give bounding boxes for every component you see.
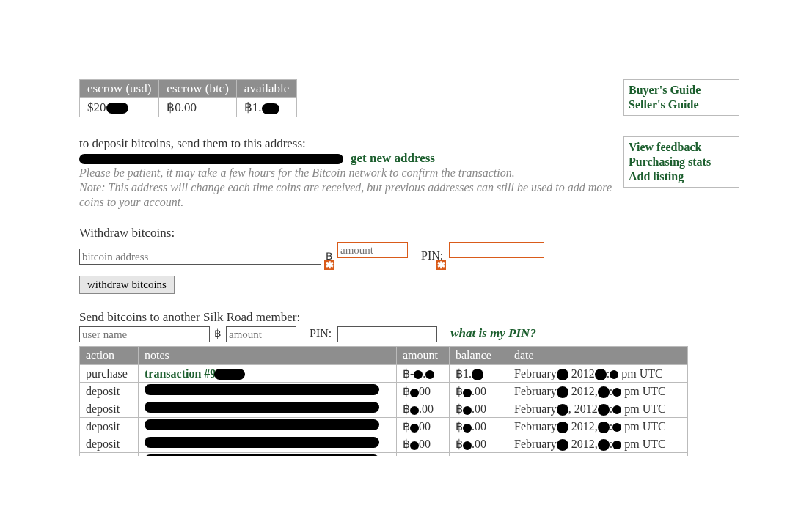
col-available: available <box>236 80 296 98</box>
cell-balance: ฿.00 <box>450 435 508 453</box>
cell-escrow-btc: ฿0.00 <box>159 98 237 117</box>
cell-notes <box>139 453 397 456</box>
deposit-address-redacted <box>79 154 343 164</box>
cell-balance: ฿.00 <box>450 418 508 435</box>
required-icon: ✱ <box>324 260 334 270</box>
col-balance: balance <box>450 347 508 365</box>
col-escrow-btc: escrow (btc) <box>159 80 237 98</box>
cell-available: ฿1. <box>236 98 296 117</box>
cell-amount: ฿00 <box>397 383 450 400</box>
col-amount: amount <box>397 347 450 365</box>
withdraw-button[interactable]: withdraw bitcoins <box>79 276 175 294</box>
cell-balance: ฿.00 <box>450 383 508 400</box>
withdraw-amount-input[interactable] <box>337 242 408 258</box>
col-escrow-usd: escrow (usd) <box>80 80 159 98</box>
table-row: deposit฿00฿.00February 2012,: pm UTC <box>80 418 688 435</box>
table-row: deposit฿.00฿.00February, 2012: pm UTC <box>80 400 688 418</box>
cell-amount: ฿.00 <box>397 400 450 418</box>
deposit-label: to deposit bitcoins, send them to this a… <box>79 136 688 151</box>
table-row: purchasetransaction #9฿-.฿1.February 201… <box>80 365 688 383</box>
withdraw-pin-input[interactable] <box>449 242 544 258</box>
ledger-table: action notes amount balance date purchas… <box>79 346 688 456</box>
table-row: deposit฿00฿.00February 2012,: pm UTC <box>80 435 688 453</box>
table-row: deposit฿00฿.00February, 2012,: pm UTC <box>80 453 688 456</box>
cell-amount: ฿00 <box>397 453 450 456</box>
cell-amount: ฿00 <box>397 418 450 435</box>
col-date: date <box>508 347 688 365</box>
send-label: Send bitcoins to another Silk Road membe… <box>79 310 688 325</box>
cell-notes <box>139 383 397 400</box>
link-get-new-address[interactable]: get new address <box>351 151 435 165</box>
cell-balance: ฿.00 <box>450 453 508 456</box>
withdraw-label: Withdraw bitcoins: <box>79 226 688 240</box>
cell-notes <box>139 418 397 435</box>
deposit-note: Please be patient, it may take a few hou… <box>79 166 615 210</box>
cell-date: February 2012,: pm UTC <box>508 383 688 400</box>
cell-date: February 2012,: pm UTC <box>508 418 688 435</box>
cell-date: February, 2012,: pm UTC <box>508 453 688 456</box>
withdraw-address-input[interactable] <box>79 249 321 265</box>
required-icon: ✱ <box>436 260 446 270</box>
cell-action: deposit <box>80 435 139 453</box>
cell-action: deposit <box>80 383 139 400</box>
cell-notes <box>139 400 397 418</box>
cell-balance: ฿1. <box>450 365 508 383</box>
escrow-summary-row: $20 ฿0.00 ฿1. <box>80 98 297 117</box>
cell-notes: transaction #9 <box>139 365 397 383</box>
cell-action: deposit <box>80 418 139 435</box>
cell-escrow-usd: $20 <box>80 98 159 117</box>
cell-action: purchase <box>80 365 139 383</box>
col-notes: notes <box>139 347 397 365</box>
cell-date: February 2012: pm UTC <box>508 365 688 383</box>
col-action: action <box>80 347 139 365</box>
cell-action: deposit <box>80 400 139 418</box>
cell-amount: ฿00 <box>397 435 450 453</box>
cell-balance: ฿.00 <box>450 400 508 418</box>
cell-date: February 2012,: pm UTC <box>508 435 688 453</box>
table-row: deposit฿00฿.00February 2012,: pm UTC <box>80 383 688 400</box>
escrow-summary-table: escrow (usd) escrow (btc) available $20 … <box>79 79 297 117</box>
cell-date: February, 2012: pm UTC <box>508 400 688 418</box>
cell-notes <box>139 435 397 453</box>
cell-amount: ฿-. <box>397 365 450 383</box>
transaction-link[interactable]: transaction #9 <box>145 367 216 380</box>
withdraw-form: ฿ ✱ PIN: ✱ <box>79 242 688 271</box>
cell-action: deposit <box>80 453 139 456</box>
